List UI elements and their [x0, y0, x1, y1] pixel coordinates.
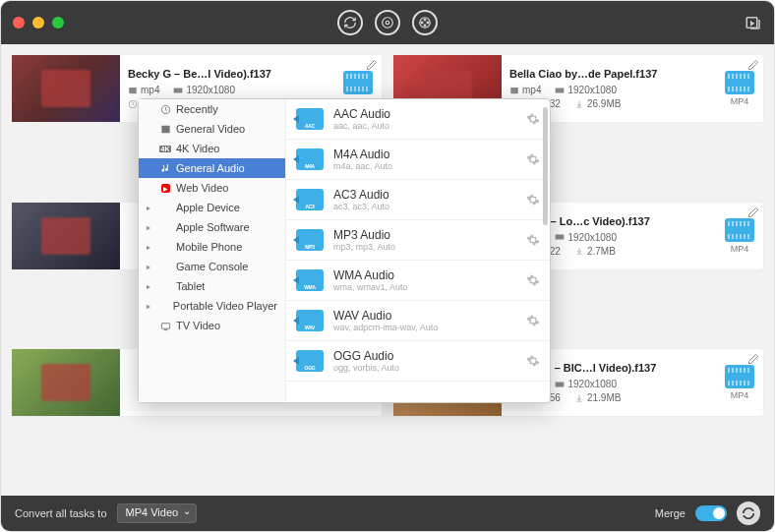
format-info: M4A Audio m4a, aac, Auto	[333, 148, 516, 171]
edit-icon[interactable]	[747, 207, 759, 218]
category-item[interactable]: ▶Web Video	[139, 178, 285, 198]
thumbnail	[12, 203, 120, 269]
container-label: mp4	[141, 85, 159, 95]
svg-rect-9	[174, 88, 183, 92]
svg-point-5	[427, 22, 429, 24]
format-type-icon: AAC	[296, 108, 324, 130]
category-label: 4K Video	[176, 143, 219, 154]
gear-icon[interactable]	[526, 354, 540, 368]
format-name: WMA Audio	[333, 268, 516, 282]
format-type-icon: AC3	[296, 189, 324, 210]
audio-icon	[159, 163, 171, 173]
merge-toggle[interactable]	[695, 505, 727, 521]
format-detail: m4a, aac, Auto	[333, 161, 516, 171]
format-badge[interactable]: MP4	[722, 218, 757, 254]
svg-rect-12	[556, 88, 565, 92]
category-item[interactable]: General Audio	[139, 158, 285, 178]
format-item[interactable]: WMA WMA Audio wma, wmav1, Auto	[286, 261, 550, 301]
category-item[interactable]: ▸Apple Software	[139, 217, 285, 237]
format-name: AAC Audio	[333, 107, 516, 121]
disc-tab-icon[interactable]	[375, 10, 400, 35]
format-info: AAC Audio aac, aac, Auto	[333, 107, 516, 131]
library-icon[interactable]	[745, 14, 762, 31]
category-item[interactable]: TV Video	[139, 316, 285, 335]
close-icon[interactable]	[13, 17, 25, 29]
format-popup: RecentlyGeneral Video4K4K VideoGeneral A…	[138, 98, 551, 403]
reel-tab-icon[interactable]	[412, 10, 438, 35]
category-list: RecentlyGeneral Video4K4K VideoGeneral A…	[139, 99, 286, 402]
category-item[interactable]: ▸Tablet	[139, 276, 285, 296]
edit-icon[interactable]	[366, 59, 378, 71]
svg-rect-8	[129, 87, 137, 92]
format-item[interactable]: MP3 MP3 Audio mp3, mp3, Auto	[286, 220, 550, 261]
maximize-icon[interactable]	[52, 17, 64, 29]
svg-point-1	[386, 21, 389, 25]
category-label: Game Console	[176, 261, 248, 272]
category-label: General Video	[176, 123, 245, 135]
category-item[interactable]: Recently	[139, 99, 285, 119]
merge-label: Merge	[655, 507, 686, 519]
gear-icon[interactable]	[526, 233, 540, 247]
category-item[interactable]: ▸Portable Video Player	[139, 296, 285, 316]
format-name: M4A Audio	[333, 148, 516, 161]
category-label: General Audio	[176, 162, 245, 174]
category-label: Tablet	[176, 280, 205, 292]
svg-point-4	[421, 22, 423, 24]
gear-icon[interactable]	[526, 193, 540, 207]
format-name: AC3 Audio	[333, 188, 516, 202]
4k-icon: 4K	[159, 144, 171, 153]
blank-icon	[159, 203, 171, 212]
format-item[interactable]: AAC AAC Audio aac, aac, Auto	[286, 99, 550, 140]
format-detail: wav, adpcm-ima-wav, Auto	[333, 323, 516, 332]
svg-rect-22	[161, 323, 169, 328]
format-info: MP3 Audio mp3, mp3, Auto	[333, 228, 516, 252]
category-label: Web Video	[176, 182, 228, 194]
category-label: Recently	[176, 103, 218, 115]
format-detail: mp3, mp3, Auto	[333, 242, 516, 252]
format-detail: ogg, vorbis, Auto	[333, 363, 516, 373]
edit-icon[interactable]	[747, 353, 759, 365]
edit-icon[interactable]	[747, 59, 759, 71]
blank-icon	[159, 262, 171, 271]
svg-rect-15	[556, 235, 565, 240]
format-badge[interactable]: MP4	[722, 71, 757, 106]
format-item[interactable]: OGG OGG Audio ogg, vorbis, Auto	[286, 341, 550, 382]
category-label: Apple Software	[176, 221, 250, 233]
format-item[interactable]: AC3 AC3 Audio ac3, ac3, Auto	[286, 180, 550, 220]
category-item[interactable]: ▸Mobile Phone	[139, 237, 285, 257]
film-icon	[159, 124, 171, 134]
resolution-label: 1920x1080	[186, 85, 235, 95]
svg-point-6	[424, 25, 426, 27]
gear-icon[interactable]	[526, 314, 540, 327]
blank-icon	[159, 222, 171, 232]
category-item[interactable]: ▸Apple Device	[139, 198, 285, 217]
format-name: WAV Audio	[333, 309, 516, 323]
category-item[interactable]: ▸Game Console	[139, 257, 285, 276]
thumbnail	[12, 349, 120, 416]
format-list: AAC AAC Audio aac, aac, Auto M4A M4A Aud…	[286, 99, 550, 402]
format-select[interactable]: MP4 Video	[117, 503, 198, 523]
top-nav	[337, 10, 438, 35]
gear-icon[interactable]	[526, 273, 540, 287]
thumbnail	[12, 55, 120, 122]
category-label: Portable Video Player	[173, 300, 277, 312]
format-name: OGG Audio	[333, 349, 516, 363]
minimize-icon[interactable]	[32, 17, 44, 29]
format-item[interactable]: M4A M4A Audio m4a, aac, Auto	[286, 140, 550, 180]
svg-rect-11	[510, 87, 518, 92]
format-item[interactable]: WAV WAV Audio wav, adpcm-ima-wav, Auto	[286, 301, 550, 341]
gear-icon[interactable]	[526, 112, 540, 126]
format-badge[interactable]: MP4	[722, 365, 757, 400]
category-item[interactable]: General Video	[139, 119, 285, 139]
category-label: Mobile Phone	[176, 241, 242, 253]
format-type-icon: M4A	[296, 148, 324, 170]
gear-icon[interactable]	[526, 152, 540, 166]
tv-icon	[159, 321, 171, 330]
category-label: Apple Device	[176, 202, 240, 213]
convert-button[interactable]	[737, 502, 760, 525]
convert-tab-icon[interactable]	[337, 10, 363, 35]
scrollbar[interactable]	[543, 107, 548, 225]
video-title: Bella Ciao by…de Papel.f137	[509, 68, 755, 80]
svg-point-0	[383, 18, 393, 29]
category-item[interactable]: 4K4K Video	[139, 139, 285, 158]
